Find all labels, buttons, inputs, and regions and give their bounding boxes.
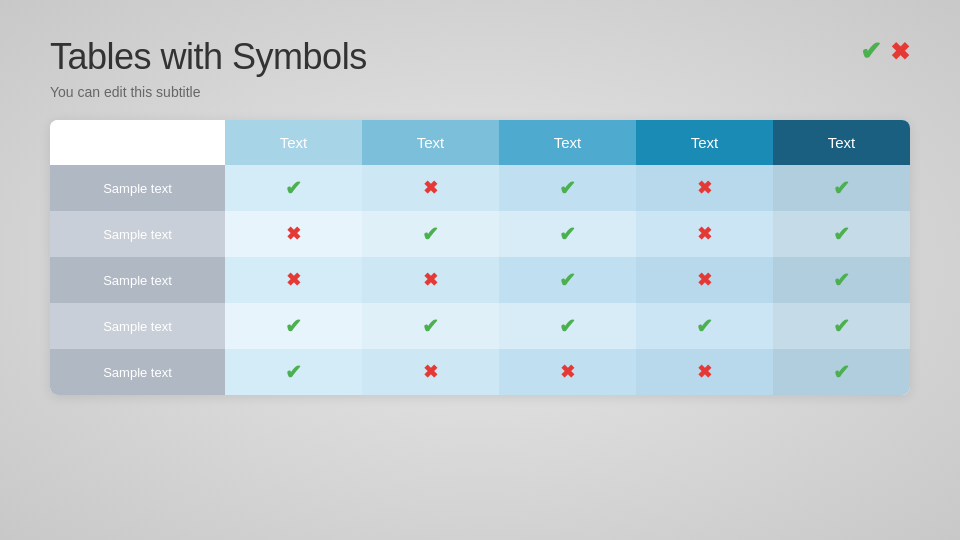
cell-r2-c4: ✔: [773, 257, 910, 303]
header-col-4: Text: [636, 120, 773, 165]
check-icon: ✔: [559, 223, 576, 245]
cell-r3-c2: ✔: [499, 303, 636, 349]
cell-r4-c0: ✔: [225, 349, 362, 395]
cell-r2-c2: ✔: [499, 257, 636, 303]
cell-r1-c3: ✖: [636, 211, 773, 257]
check-icon: ✔: [559, 315, 576, 337]
page-title: Tables with Symbols: [50, 36, 910, 78]
header-col-2: Text: [362, 120, 499, 165]
main-table: Text Text Text Text Text Sample text✔✖✔✖…: [50, 120, 910, 395]
cross-icon: ✖: [286, 224, 301, 244]
row-label: Sample text: [50, 349, 225, 395]
top-icons: ✔ ✖: [860, 36, 910, 67]
cross-icon: ✖: [697, 178, 712, 198]
cell-r2-c1: ✖: [362, 257, 499, 303]
check-icon: ✔: [696, 315, 713, 337]
table-row: Sample text✖✔✔✖✔: [50, 211, 910, 257]
cell-r3-c0: ✔: [225, 303, 362, 349]
cross-icon: ✖: [423, 270, 438, 290]
row-label: Sample text: [50, 165, 225, 211]
cell-r4-c1: ✖: [362, 349, 499, 395]
top-cross-icon: ✖: [890, 38, 910, 66]
check-icon: ✔: [833, 223, 850, 245]
header-empty: [50, 120, 225, 165]
slide: ✔ ✖ Tables with Symbols You can edit thi…: [0, 0, 960, 540]
header-col-5: Text: [773, 120, 910, 165]
check-icon: ✔: [285, 361, 302, 383]
cross-icon: ✖: [560, 362, 575, 382]
cell-r2-c0: ✖: [225, 257, 362, 303]
table-row: Sample text✔✖✔✖✔: [50, 165, 910, 211]
cross-icon: ✖: [697, 362, 712, 382]
table-container: Text Text Text Text Text Sample text✔✖✔✖…: [50, 120, 910, 395]
cell-r1-c1: ✔: [362, 211, 499, 257]
cell-r1-c2: ✔: [499, 211, 636, 257]
check-icon: ✔: [285, 177, 302, 199]
table-row: Sample text✔✔✔✔✔: [50, 303, 910, 349]
cell-r1-c4: ✔: [773, 211, 910, 257]
check-icon: ✔: [422, 315, 439, 337]
cross-icon: ✖: [697, 224, 712, 244]
cell-r0-c1: ✖: [362, 165, 499, 211]
row-label: Sample text: [50, 303, 225, 349]
cell-r3-c4: ✔: [773, 303, 910, 349]
cell-r3-c1: ✔: [362, 303, 499, 349]
cell-r0-c0: ✔: [225, 165, 362, 211]
cell-r4-c4: ✔: [773, 349, 910, 395]
table-row: Sample text✖✖✔✖✔: [50, 257, 910, 303]
cell-r1-c0: ✖: [225, 211, 362, 257]
cell-r4-c3: ✖: [636, 349, 773, 395]
check-icon: ✔: [422, 223, 439, 245]
check-icon: ✔: [559, 177, 576, 199]
cell-r4-c2: ✖: [499, 349, 636, 395]
cross-icon: ✖: [697, 270, 712, 290]
page-subtitle: You can edit this subtitle: [50, 84, 910, 100]
cross-icon: ✖: [423, 178, 438, 198]
cell-r2-c3: ✖: [636, 257, 773, 303]
cell-r0-c3: ✖: [636, 165, 773, 211]
row-label: Sample text: [50, 257, 225, 303]
table-header-row: Text Text Text Text Text: [50, 120, 910, 165]
cross-icon: ✖: [286, 270, 301, 290]
cross-icon: ✖: [423, 362, 438, 382]
check-icon: ✔: [285, 315, 302, 337]
cell-r0-c4: ✔: [773, 165, 910, 211]
header-col-3: Text: [499, 120, 636, 165]
cell-r0-c2: ✔: [499, 165, 636, 211]
check-icon: ✔: [833, 315, 850, 337]
cell-r3-c3: ✔: [636, 303, 773, 349]
table-row: Sample text✔✖✖✖✔: [50, 349, 910, 395]
check-icon: ✔: [833, 361, 850, 383]
header-col-1: Text: [225, 120, 362, 165]
check-icon: ✔: [833, 269, 850, 291]
row-label: Sample text: [50, 211, 225, 257]
check-icon: ✔: [559, 269, 576, 291]
top-check-icon: ✔: [860, 36, 882, 67]
check-icon: ✔: [833, 177, 850, 199]
